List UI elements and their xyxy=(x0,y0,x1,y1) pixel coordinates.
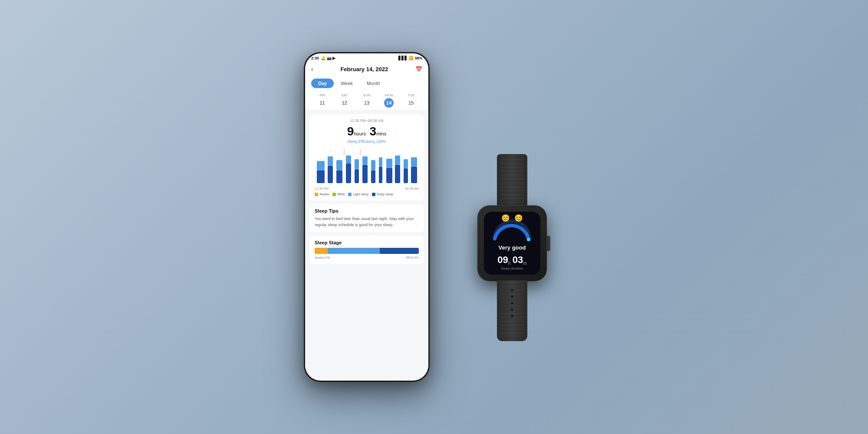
watch-mins: 03 xyxy=(513,254,523,265)
status-right: ▋▋▋ 🛜 98% xyxy=(398,56,422,60)
battery-display: 98% xyxy=(415,56,422,60)
chart-start-time: 11:35 PM xyxy=(315,187,329,191)
svg-rect-11 xyxy=(346,155,351,163)
day-num: 12 xyxy=(340,98,349,108)
day-num: 15 xyxy=(406,98,416,108)
calendar-icon[interactable]: 📅 xyxy=(415,66,422,72)
calendar-strip: Fri 11 Sat 12 Sun 13 Mon 14 Tue 15 xyxy=(305,92,428,111)
sleep-stage-card: Sleep Stage Awake 0% REM 0% xyxy=(309,236,424,264)
awake-label: Awake xyxy=(319,192,329,196)
svg-rect-13 xyxy=(362,156,368,164)
sleep-time-range: 11:35 PM–08:38 AM xyxy=(315,118,419,123)
watch-body: 😊 😊 Very good xyxy=(477,205,547,281)
back-button[interactable]: ‹ xyxy=(311,66,313,72)
light-bar xyxy=(328,248,380,254)
tab-week[interactable]: Week xyxy=(334,79,360,88)
svg-rect-8 xyxy=(317,161,325,170)
sleep-hours-unit: hours xyxy=(354,131,366,136)
deep-label: Deep sleep xyxy=(377,192,393,196)
light-color xyxy=(348,193,352,196)
day-num-selected: 14 xyxy=(384,98,394,108)
emoji-left: 😊 xyxy=(501,214,510,222)
day-name: Fri xyxy=(319,93,325,97)
svg-rect-19 xyxy=(411,167,417,183)
svg-rect-16 xyxy=(386,168,392,183)
status-left: 2:30 🔔 📷 ▶ xyxy=(311,56,335,60)
watch-crown xyxy=(546,236,550,251)
tips-text: You went to bed later than usual last ni… xyxy=(315,216,419,228)
band-hole xyxy=(511,302,513,304)
band-hole xyxy=(511,309,513,311)
svg-rect-17 xyxy=(395,164,400,183)
gauge-emojis: 😊 😊 xyxy=(501,214,523,222)
svg-rect-3 xyxy=(346,163,351,183)
sleep-efficiency: Sleep Efficiency 100% xyxy=(315,139,419,144)
svg-rect-14 xyxy=(371,160,375,170)
wifi-icon: 🛜 xyxy=(409,56,414,60)
svg-rect-2 xyxy=(336,170,342,183)
watch-mins-unit: m xyxy=(523,261,526,266)
day-name: Sat xyxy=(341,93,348,97)
day-name: Mon xyxy=(385,93,393,97)
watch-sleep-label: Sleep duration xyxy=(501,266,523,270)
watch-band-top xyxy=(497,154,527,206)
svg-rect-12 xyxy=(355,159,359,169)
day-name: Tue xyxy=(408,93,414,97)
watch-status-label: Very good xyxy=(499,244,526,251)
rem-stage-label: REM 0% xyxy=(406,256,419,260)
sleep-mins-unit: mins xyxy=(376,131,386,136)
tab-month[interactable]: Month xyxy=(360,79,387,88)
band-hole xyxy=(511,296,513,298)
rem-color xyxy=(332,193,336,196)
tab-day[interactable]: Day xyxy=(311,79,334,88)
rem-label: REM xyxy=(337,192,345,196)
view-tabs: Day Week Month xyxy=(305,76,428,92)
deep-bar xyxy=(380,248,419,254)
day-num: 13 xyxy=(362,98,372,108)
notification-icons: 🔔 📷 ▶ xyxy=(321,56,335,60)
sleep-legend: Awake REM Light sleep Deep sleep xyxy=(315,192,419,196)
sleep-tips-card: Sleep Tips You went to bed later than us… xyxy=(309,204,424,232)
status-bar: 2:30 🔔 📷 ▶ ▋▋▋ 🛜 98% xyxy=(305,53,428,62)
band-hole xyxy=(511,315,513,317)
calendar-day-mon[interactable]: Mon 14 xyxy=(384,93,394,108)
legend-deep: Deep sleep xyxy=(372,192,393,196)
date-header: ‹ February 14, 2022 📅 xyxy=(305,62,428,76)
signal-icon: ▋▋▋ xyxy=(398,56,408,60)
sleep-summary-card: 11:35 PM–08:38 AM 9hours 3mins Sleep Eff… xyxy=(309,114,424,201)
sleep-duration: 9hours 3mins xyxy=(315,125,419,138)
sleep-chart-svg xyxy=(315,147,419,184)
date-title: February 14, 2022 xyxy=(340,66,388,72)
calendar-day-tue[interactable]: Tue 15 xyxy=(406,93,416,108)
phone-screen: 2:30 🔔 📷 ▶ ▋▋▋ 🛜 98% ‹ February 14, 2022… xyxy=(305,53,428,381)
svg-rect-1 xyxy=(328,166,333,183)
awake-stage-label: Awake 0% xyxy=(315,256,330,260)
time-display: 2:30 xyxy=(311,56,319,60)
svg-rect-5 xyxy=(362,164,368,183)
watch-duration: 09h 03m xyxy=(497,254,526,266)
sleep-hours: 9 xyxy=(347,125,354,138)
sleep-chart xyxy=(315,147,419,184)
svg-rect-6 xyxy=(371,170,375,183)
watch-screen: 😊 😊 Very good xyxy=(484,212,540,275)
svg-rect-21 xyxy=(395,155,400,164)
svg-rect-0 xyxy=(317,170,325,183)
calendar-day-fri[interactable]: Fri 11 xyxy=(318,93,327,108)
watch: 😊 😊 Very good xyxy=(460,154,564,280)
svg-rect-9 xyxy=(328,156,333,165)
svg-rect-4 xyxy=(355,169,359,183)
stage-bar xyxy=(315,248,419,254)
calendar-day-sat[interactable]: Sat 12 xyxy=(340,93,349,108)
chart-time-labels: 11:35 PM 08:38 AM xyxy=(315,187,419,191)
legend-light: Light sleep xyxy=(348,192,368,196)
stage-bar-container xyxy=(315,248,419,254)
svg-rect-22 xyxy=(404,159,408,168)
band-holes xyxy=(511,289,513,317)
watch-hours: 09 xyxy=(497,254,508,265)
tips-title: Sleep Tips xyxy=(315,208,419,214)
day-name: Sun xyxy=(363,93,371,97)
svg-rect-7 xyxy=(379,167,382,183)
chart-end-time: 08:38 AM xyxy=(405,187,419,191)
calendar-day-sun[interactable]: Sun 13 xyxy=(362,93,372,108)
light-label: Light sleep xyxy=(353,192,368,196)
